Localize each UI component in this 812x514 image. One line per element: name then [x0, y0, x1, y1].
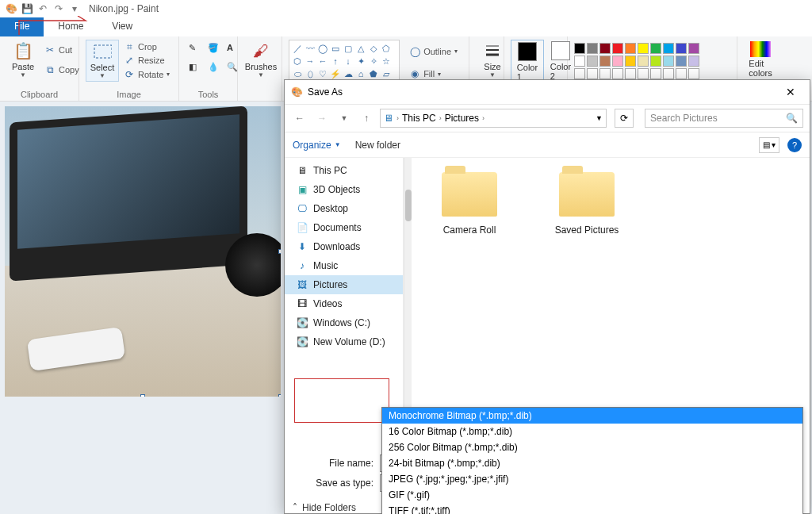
tree-this-pc[interactable]: 🖥This PC — [285, 161, 403, 180]
rotate-button[interactable]: ⟳Rotate ▾ — [122, 69, 171, 80]
empty-swatch[interactable] — [599, 68, 611, 79]
folder-saved-pictures[interactable]: Saved Pictures — [543, 172, 630, 236]
empty-swatch[interactable] — [650, 68, 661, 79]
copy-icon: ⧉ — [44, 64, 56, 75]
saveastype-dropdown[interactable]: Monochrome Bitmap (*.bmp;*.dib)16 Color … — [381, 407, 803, 514]
hide-folders-toggle[interactable]: ˄ Hide Folders — [293, 502, 356, 513]
color-swatch[interactable] — [625, 56, 636, 67]
redo-icon[interactable]: ↷ — [52, 2, 65, 15]
color-swatch[interactable] — [638, 56, 649, 67]
empty-swatch[interactable] — [625, 68, 636, 79]
qat-dropdown-icon[interactable]: ▾ — [68, 2, 81, 15]
menu-home[interactable]: Home — [44, 17, 98, 36]
view-mode-button[interactable]: ▤ ▾ — [759, 137, 779, 153]
up-button[interactable]: ↑ — [358, 109, 375, 127]
chevron-down-icon[interactable]: ▼ — [596, 114, 603, 122]
color-swatch[interactable] — [574, 43, 585, 54]
empty-swatch[interactable] — [638, 68, 649, 79]
save-icon[interactable]: 💾 — [21, 2, 33, 15]
color-swatch[interactable] — [688, 43, 699, 54]
type-option[interactable]: JPEG (*.jpg;*.jpeg;*.jpe;*.jfif) — [382, 471, 802, 487]
resize-button[interactable]: ⤢Resize — [122, 55, 171, 66]
color-swatch[interactable] — [688, 56, 699, 67]
empty-swatch[interactable] — [574, 68, 585, 79]
tree-downloads[interactable]: ⬇Downloads — [285, 237, 403, 256]
color-swatch[interactable] — [663, 43, 674, 54]
new-folder-button[interactable]: New folder — [355, 140, 400, 151]
tree-documents[interactable]: 📄Documents — [285, 218, 403, 237]
close-button[interactable]: ✕ — [778, 82, 803, 102]
copy-button[interactable]: ⧉Copy — [43, 64, 81, 75]
resize-handle[interactable] — [278, 249, 281, 254]
menu-file[interactable]: File — [0, 17, 44, 36]
tree-music[interactable]: ♪Music — [285, 256, 403, 275]
select-button[interactable]: Select ▼ — [86, 40, 119, 82]
help-icon[interactable]: ? — [787, 138, 802, 152]
color-swatch[interactable] — [574, 56, 585, 67]
refresh-button[interactable]: ⟳ — [615, 109, 634, 128]
crop-button[interactable]: ⌗Crop — [122, 41, 171, 52]
outline-button[interactable]: ◯Outline ▾ — [408, 46, 459, 57]
empty-swatch[interactable] — [587, 68, 598, 79]
color-swatch[interactable] — [638, 43, 649, 54]
color-swatch[interactable] — [625, 43, 636, 54]
color-swatch[interactable] — [587, 43, 598, 54]
chevron-down-icon: ▼ — [99, 72, 105, 79]
type-option[interactable]: 16 Color Bitmap (*.bmp;*.dib) — [382, 424, 802, 439]
type-option[interactable]: 24-bit Bitmap (*.bmp;*.dib) — [382, 455, 802, 471]
paste-button[interactable]: 📋 Paste ▼ — [6, 40, 40, 80]
color-swatch[interactable] — [599, 43, 611, 54]
search-input[interactable]: Search Pictures 🔍 — [645, 109, 803, 128]
pencil-icon[interactable]: ✎ — [189, 43, 205, 59]
tree-pictures[interactable]: 🖼Pictures — [285, 275, 403, 294]
empty-swatch[interactable] — [676, 68, 687, 79]
empty-swatch[interactable] — [612, 68, 623, 79]
color-swatch[interactable] — [676, 43, 687, 54]
crumb-folder[interactable]: Pictures — [445, 113, 479, 124]
canvas-image[interactable] — [5, 106, 281, 397]
tree-desktop[interactable]: 🖵Desktop — [285, 199, 403, 218]
folder-content[interactable]: Camera Roll Saved Pictures — [412, 158, 810, 447]
color-swatch[interactable] — [650, 43, 661, 54]
type-option[interactable]: GIF (*.gif) — [382, 487, 802, 503]
color1-button[interactable]: Color 1 — [511, 40, 544, 84]
crumb-pc[interactable]: This PC — [402, 113, 436, 124]
empty-swatch[interactable] — [688, 68, 699, 79]
palette-row — [574, 68, 730, 79]
color-swatch[interactable] — [599, 56, 611, 67]
recent-dropdown[interactable]: ▼ — [335, 109, 353, 127]
cut-button[interactable]: ✂Cut — [43, 44, 81, 56]
brushes-button[interactable]: 🖌 Brushes ▼ — [244, 40, 278, 80]
menu-view[interactable]: View — [98, 17, 147, 36]
organize-button[interactable]: Organize▼ — [293, 140, 341, 151]
color-swatch[interactable] — [663, 56, 674, 67]
breadcrumb-bar[interactable]: 🖥 › This PC › Pictures › ▼ — [380, 109, 607, 128]
color-swatch[interactable] — [650, 56, 661, 67]
edit-colors-button[interactable]: Edit colors — [744, 40, 777, 79]
forward-button[interactable]: → — [313, 109, 331, 127]
fill-icon[interactable]: 🪣 — [208, 43, 224, 59]
folder-icon — [442, 172, 497, 217]
color-swatch[interactable] — [676, 56, 687, 67]
tree-scrollbar[interactable] — [404, 158, 412, 447]
back-button[interactable]: ← — [291, 109, 308, 127]
undo-icon[interactable]: ↶ — [36, 2, 49, 15]
type-option[interactable]: Monochrome Bitmap (*.bmp;*.dib) — [382, 408, 802, 424]
resize-handle[interactable] — [278, 394, 281, 397]
folder-camera-roll[interactable]: Camera Roll — [426, 172, 513, 236]
color-swatch[interactable] — [612, 43, 623, 54]
color-swatch[interactable] — [587, 56, 598, 67]
eraser-icon[interactable]: ◧ — [189, 62, 205, 78]
tree-videos[interactable]: 🎞Videos — [285, 294, 403, 313]
resize-handle[interactable] — [140, 394, 145, 397]
fill-option-button[interactable]: ◉Fill ▾ — [408, 68, 459, 79]
tree-drive-c[interactable]: 💽Windows (C:) — [285, 313, 403, 332]
monitor-icon: 🖥 — [296, 164, 308, 177]
empty-swatch[interactable] — [663, 68, 674, 79]
tree-drive-d[interactable]: 💽New Volume (D:) — [285, 332, 403, 351]
picker-icon[interactable]: 💧 — [208, 62, 224, 78]
type-option[interactable]: 256 Color Bitmap (*.bmp;*.dib) — [382, 439, 802, 455]
type-option[interactable]: TIFF (*.tif;*.tiff) — [382, 503, 802, 514]
color-swatch[interactable] — [612, 56, 623, 67]
tree-3d-objects[interactable]: ▣3D Objects — [285, 180, 403, 199]
